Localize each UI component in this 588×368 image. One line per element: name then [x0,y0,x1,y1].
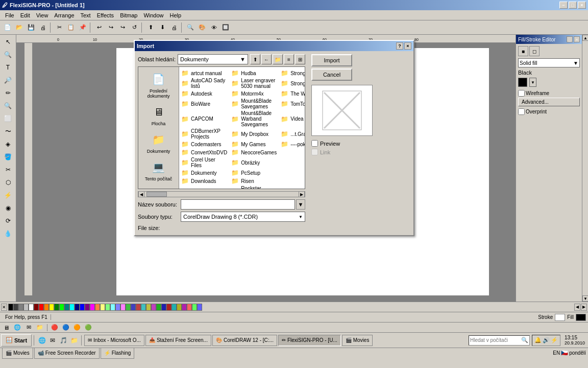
list-item[interactable]: 📁TomTom [279,98,305,110]
filename-dropdown-arrow[interactable]: ▼ [296,199,305,210]
ql-icon-2[interactable]: 🌐 [12,324,22,332]
overprint-checkbox[interactable] [518,108,525,115]
taskbar-download-button[interactable]: 📥 Stažení Free Screen... [145,335,211,346]
shortcut-mycomputer[interactable]: 💻 Tento počítač [141,157,177,183]
color-btn[interactable]: 🎨 [197,22,208,33]
palette-cell-lime[interactable] [192,304,197,311]
link-checkbox[interactable] [311,149,318,155]
taskbar-coreldraw-button[interactable]: 🎨 CorelDRAW 12 - [C:... [212,335,277,346]
eyedropper-tool[interactable]: 💧 [2,227,14,240]
list-item[interactable]: 📁NeocoreGames [229,148,279,156]
ql-explorer-button[interactable]: 📁 [69,335,79,346]
palette-cell-orange[interactable] [44,304,49,311]
palette-cell-medium-cyan[interactable] [141,304,146,311]
ql-icon-4[interactable]: 📁 [35,324,45,332]
filename-input[interactable] [181,199,295,210]
list-item[interactable]: 📁Risen [229,177,279,185]
print2-btn[interactable]: 🖨 [168,22,180,33]
ql-icon-5[interactable]: 🔴 [50,324,60,332]
panel-close-button[interactable]: × [574,36,580,42]
filetype-dropdown[interactable]: CorelDraw Drawing 8 (*.CDR) ▼ [181,212,305,222]
scroll-down-button[interactable]: ▼ [582,295,588,302]
palette-cell-teal[interactable] [64,304,69,311]
minimize-button[interactable]: − [559,2,568,9]
palette-cell-blue[interactable] [80,304,85,311]
list-item[interactable]: 📁Strong... [279,77,305,89]
ql-ie-button[interactable]: 🌐 [37,335,47,346]
palette-cell-medium-red[interactable] [136,304,141,311]
palette-cell-bright-red[interactable] [166,304,172,311]
menu-text[interactable]: Text [78,11,94,19]
undo-button[interactable]: ↩ [93,22,105,33]
list-item[interactable]: 📁Autodesk [179,89,229,98]
scroll-left-button[interactable]: ◀ [138,191,144,197]
list-item[interactable]: 📁Corel User Files [179,156,229,169]
open-button[interactable]: 📂 [14,22,25,33]
color-swatch[interactable] [518,78,527,87]
palette-cell-bright-cyan[interactable] [172,304,177,311]
list-item[interactable]: 📁Strong... [279,69,305,77]
palette-cell-dark-green[interactable] [54,304,59,311]
fill-type-dropdown[interactable]: Solid fill ▼ [518,58,580,67]
save-button[interactable]: 💾 [26,22,37,33]
shortcut-network[interactable]: 🌐 Místa v síti [141,185,177,189]
shape-tool[interactable]: ⬜ [2,112,14,125]
cancel-button[interactable]: Cancel [311,68,352,81]
palette-cell-yellow[interactable] [49,304,54,311]
list-item[interactable]: 📁...t.Graphic [279,128,305,140]
panel-minimize-button[interactable]: _ [567,36,573,42]
ql-icon-7[interactable]: 🟠 [72,324,82,332]
list-item[interactable]: 📁Obrázky [229,156,279,169]
palette-cell-dark-gray[interactable] [13,304,18,311]
advanced-button[interactable]: Advanced... [518,98,580,106]
palette-cell-purple[interactable] [85,304,90,311]
location-dropdown[interactable]: Dokumenty ▼ [178,54,248,64]
palette-cell-medium-blue[interactable] [131,304,136,311]
back-button[interactable]: ← [261,54,272,64]
list-item[interactable]: 📁Codemasters [179,140,229,148]
taskbar-recorder-button[interactable]: 📹 Free Screen Recorder [34,348,100,359]
menu-window[interactable]: Window [140,11,166,19]
scroll-up-button[interactable]: ▲ [582,35,588,41]
zoom-tool[interactable]: 🔍 [2,49,14,61]
list-item[interactable] [279,177,305,185]
paste-button[interactable]: 📌 [77,22,88,33]
ql-media-button[interactable]: 🎵 [58,335,68,346]
view-btn[interactable]: 👁 [208,22,219,33]
preview-checkbox[interactable] [311,140,318,147]
palette-cell-light-gray[interactable] [23,304,29,311]
list-item[interactable]: 📁Laser engraver 5030 manual [229,77,279,89]
palette-cell-cyan[interactable] [69,304,75,311]
weld-tool[interactable]: ⬡ [2,176,14,189]
stroke-mode-button[interactable]: ◻ [529,46,540,56]
palette-cell-bright-blue[interactable] [161,304,166,311]
menu-arrange[interactable]: Arrange [51,11,77,19]
list-item[interactable]: 📁BioWare [179,98,229,110]
scrollbar-thumb[interactable] [146,192,167,197]
new-folder-button[interactable]: 📁 [273,54,283,64]
palette-cell-periwinkle[interactable] [197,304,202,311]
list-item[interactable] [279,185,305,189]
taskbar-movies-button[interactable]: 🎬 Movies [342,335,373,346]
horizontal-scrollbar[interactable]: ◀ ▶ [138,191,305,197]
list-item[interactable]: 📁PcSetup [229,169,279,177]
curve-tool[interactable]: 〜 [2,125,14,137]
shortcut-documents[interactable]: 📁 Dokumenty [141,129,177,156]
taskbar-inbox-button[interactable]: ✉ Inbox - Microsoft O... [84,335,144,346]
palette-cell-dark-red[interactable] [34,304,39,311]
zoom-out-tool[interactable]: 🔍 [2,100,14,112]
menu-file[interactable]: File [2,11,17,19]
list-item[interactable]: 📁Dokumenty [179,169,229,177]
palette-cell-magenta[interactable] [90,304,95,311]
list-item[interactable] [279,156,305,169]
menu-effects[interactable]: Effects [94,11,117,19]
redo-button[interactable]: ↪ [105,22,116,33]
search-icon[interactable]: 🔍 [521,337,528,343]
palette-cell-black[interactable] [8,304,13,311]
list-item[interactable]: 📁artcut manual [179,69,229,77]
menu-edit[interactable]: Edit [17,11,33,19]
palette-cell-olive[interactable] [146,304,151,311]
maximize-button[interactable]: □ [569,2,577,9]
palette-scroll-right[interactable]: ▶ [581,304,587,311]
import-btn[interactable]: ⬆ [145,22,156,33]
